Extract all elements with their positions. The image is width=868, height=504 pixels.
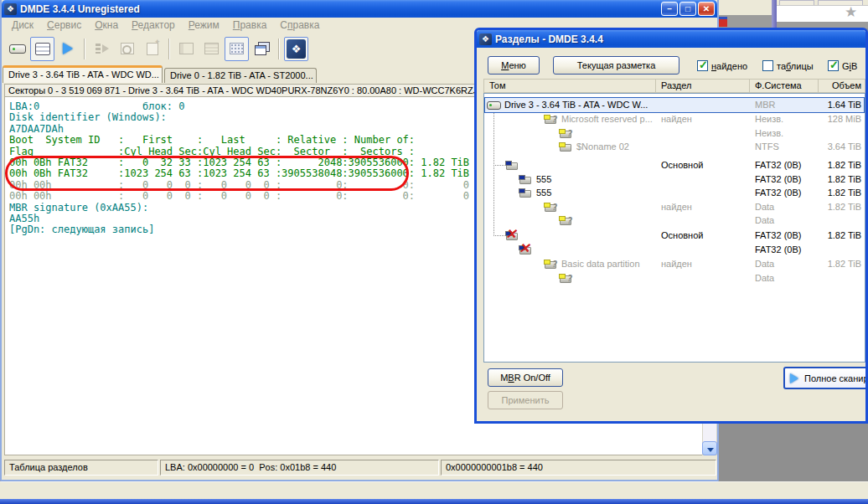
unknown-partition-icon — [544, 260, 559, 270]
checkbox-gib[interactable]: GiB — [828, 60, 857, 71]
new-window-icon — [147, 43, 158, 55]
background-window-border — [772, 0, 777, 28]
column-header-size[interactable]: Объем — [818, 80, 865, 92]
menu-service[interactable]: Сервис — [40, 19, 88, 31]
show-partitions-button[interactable] — [30, 37, 54, 61]
status-bar: Таблица разделов LBA: 0x00000000 = 0 Pos… — [2, 455, 717, 480]
table-row[interactable]: Basic data partition найден Data 1.82 Ti… — [485, 257, 864, 271]
column-header-volume[interactable]: Том — [484, 80, 655, 92]
dmde-logo-icon: ❖ — [4, 3, 17, 15]
unknown-partition-icon — [559, 129, 574, 139]
table-row[interactable]: Data — [485, 271, 864, 285]
search-button — [115, 37, 139, 61]
unknown-partition-icon — [544, 115, 559, 125]
table-row[interactable]: найден Data 1.82 TiB — [485, 200, 864, 214]
table-row[interactable]: 555 FAT32 (0B) 1.82 TiB — [485, 172, 864, 187]
table-row[interactable]: 555 FAT32 (0B) 1.82 TiB — [485, 186, 864, 200]
partitions-dialog: ❖ Разделы - DMDE 3.4.4 Меню Текущая разм… — [474, 28, 868, 424]
partitions-icon — [35, 43, 50, 55]
checkbox-tables-box[interactable] — [762, 60, 773, 71]
dmde-logo-icon: ❖ — [479, 33, 492, 45]
favorites-star-icon: ★ — [845, 3, 857, 21]
disk-icon — [9, 44, 26, 54]
deleted-partition-icon — [519, 245, 534, 255]
apply-button: Применить — [488, 391, 563, 409]
table-row[interactable]: FAT32 (0B) — [485, 243, 864, 257]
tab-drive3[interactable]: Drive 3 - 3.64 TiB - ATA - WDC WD... — [3, 65, 163, 83]
deleted-partition-icon — [505, 231, 520, 241]
checkbox-gib-box[interactable] — [828, 60, 839, 71]
scrollbar-down-button[interactable] — [702, 441, 717, 455]
dialog-body: Меню Текущая разметка найдено таблицы Gi… — [477, 48, 865, 421]
partition-list: Drive 3 - 3.64 TiB - ATA - WDC W... MBR … — [483, 93, 865, 363]
open-volume-button — [140, 37, 164, 61]
resume-scan-icon — [95, 43, 110, 54]
partition-icon — [505, 161, 520, 171]
menu-disk[interactable]: Диск — [5, 19, 40, 31]
partition-icon — [519, 175, 534, 185]
table-row[interactable]: $Noname 02 NTFS 3.64 TiB — [485, 140, 864, 154]
desktop: ★ ❖ DMDE 3.4.4 Unregistered Диск Сервис … — [0, 0, 868, 504]
hex-grid-icon — [230, 43, 244, 54]
play-icon — [790, 373, 798, 383]
continue-scan-button — [90, 37, 114, 61]
dmde-home-button[interactable]: ❖ — [284, 37, 308, 61]
cascade-windows-icon — [255, 42, 270, 55]
table-row[interactable]: Основной FAT32 (0B) 1.82 TiB — [485, 158, 864, 172]
unknown-partition-icon — [559, 216, 574, 226]
toolbar-separator — [278, 39, 279, 59]
dialog-title: Разделы - DMDE 3.4.4 — [495, 33, 603, 45]
table-row[interactable]: Microsoft reserved p... найден Неизв. 12… — [485, 112, 864, 126]
background-window-bottom — [0, 481, 868, 499]
partition-icon — [519, 188, 534, 198]
checkbox-tables[interactable]: таблицы — [762, 60, 814, 71]
status-offset: 0x0000000001b8 = 440 — [441, 460, 716, 476]
unknown-partition-icon — [559, 274, 574, 284]
list-view-icon — [204, 43, 219, 54]
dmde-logo-icon: ❖ — [287, 39, 306, 59]
table-row[interactable]: Drive 3 - 3.64 TiB - ATA - WDC W... MBR … — [485, 98, 864, 112]
dialog-menu-button[interactable]: Меню — [488, 56, 540, 75]
column-header-partition[interactable]: Раздел — [655, 80, 749, 92]
tab-drive0[interactable]: Drive 0 - 1.82 TiB - ATA - ST2000... — [164, 68, 317, 83]
menu-edit[interactable]: Правка — [226, 19, 274, 31]
list-header: Том Раздел Ф.Система Объем — [483, 79, 865, 93]
dialog-titlebar[interactable]: ❖ Разделы - DMDE 3.4.4 — [477, 30, 865, 48]
search-icon — [121, 43, 134, 54]
status-lba-pos: LBA: 0x00000000 = 0 Pos: 0x01b8 = 440 — [160, 460, 439, 476]
tree-view-button — [174, 37, 199, 61]
drive-icon — [487, 100, 502, 111]
maximize-button[interactable] — [679, 2, 696, 16]
unknown-partition-icon — [544, 203, 559, 213]
toolbar-separator — [168, 39, 169, 59]
checkbox-found-box[interactable] — [697, 60, 708, 71]
tree-view-icon — [179, 43, 194, 54]
table-row[interactable]: Основной FAT32 (0B) 1.82 TiB — [485, 229, 864, 243]
background-window-border-bottom — [0, 499, 868, 504]
background-icon — [719, 17, 727, 27]
main-window-title: DMDE 3.4.4 Unregistered — [20, 3, 140, 15]
menu-help[interactable]: Справка — [273, 19, 326, 31]
checkbox-found[interactable]: найдено — [697, 60, 747, 71]
toolbar-separator — [84, 39, 85, 59]
main-titlebar[interactable]: ❖ DMDE 3.4.4 Unregistered — [2, 0, 717, 18]
status-mode: Таблица разделов — [4, 460, 158, 476]
minimize-button[interactable] — [661, 2, 678, 16]
play-icon — [63, 43, 73, 54]
mbr-onoff-button[interactable]: MBR On/Off — [488, 368, 563, 387]
menu-windows[interactable]: Окна — [88, 19, 125, 31]
table-row[interactable]: Неизв. — [485, 126, 864, 141]
menu-mode[interactable]: Режим — [182, 19, 226, 31]
close-button[interactable] — [698, 2, 715, 16]
full-scan-button[interactable]: Полное сканиро — [783, 367, 868, 389]
cascade-windows-button[interactable] — [250, 37, 274, 61]
open-disk-button[interactable] — [5, 37, 29, 61]
current-layout-button[interactable]: Текущая разметка — [553, 56, 679, 75]
column-header-filesystem[interactable]: Ф.Система — [749, 80, 818, 92]
hex-view-button[interactable] — [225, 37, 249, 61]
menu-editor[interactable]: Редактор — [125, 19, 182, 31]
full-scan-toolbar-button[interactable] — [55, 37, 80, 61]
table-row[interactable]: Data — [485, 213, 864, 228]
volume-icon — [559, 142, 574, 152]
list-view-button — [199, 37, 224, 61]
